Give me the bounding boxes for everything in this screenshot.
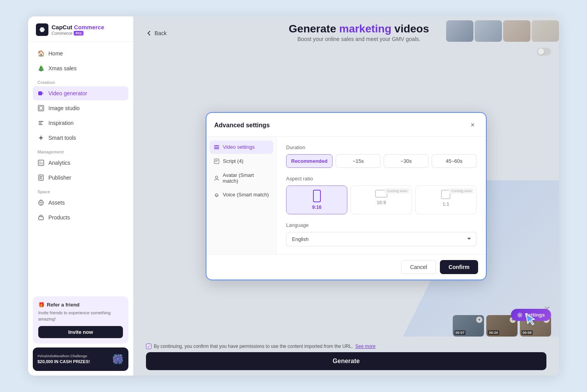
aspect-1-1[interactable]: Coming soon 1:1 xyxy=(415,185,477,214)
modal-header: Advanced settings × xyxy=(206,113,486,137)
video-generator-icon xyxy=(37,90,44,97)
promo-text: #ViralAdsMarathon Challenge $20,000 IN C… xyxy=(37,354,90,364)
svg-rect-20 xyxy=(215,160,218,161)
duration-recommended[interactable]: Recommended xyxy=(286,154,333,168)
section-creation-label: Creation xyxy=(33,76,128,86)
main-content: Back Generate marketing videos Boost you… xyxy=(133,16,559,376)
svg-rect-8 xyxy=(39,161,41,164)
section-space-label: Space xyxy=(33,185,128,196)
modal-close-button[interactable]: × xyxy=(467,120,478,131)
aspect-9-16-icon xyxy=(313,190,321,202)
modal-content-area: Duration Recommended ~15s ~30s 45~60s As… xyxy=(277,137,486,254)
modal-sidebar: Video settings Script (4) xyxy=(206,137,277,254)
modal-nav-script[interactable]: Script (4) xyxy=(210,155,273,168)
promo-icon: 🎆 xyxy=(112,354,124,365)
logo-icon xyxy=(36,23,48,36)
logo-text: CapCut Commerce Commerce Pro xyxy=(52,24,104,36)
duration-15s[interactable]: ~15s xyxy=(336,154,381,168)
smart-tools-icon xyxy=(37,134,44,141)
svg-rect-14 xyxy=(39,217,43,220)
script-icon xyxy=(213,158,220,164)
svg-rect-12 xyxy=(39,177,42,178)
home-icon: 🏠 xyxy=(37,50,44,57)
sidebar-item-assets[interactable]: Assets xyxy=(33,196,128,210)
image-studio-icon xyxy=(37,105,44,112)
promo-card: #ViralAdsMarathon Challenge $20,000 IN C… xyxy=(33,347,128,371)
svg-rect-11 xyxy=(39,176,43,177)
svg-rect-17 xyxy=(214,147,219,148)
modal-nav-video-settings[interactable]: Video settings xyxy=(210,141,273,154)
sidebar-bottom: 🎁 Refer a friend Invite friends to exper… xyxy=(28,292,133,376)
logo-area: CapCut Commerce Commerce Pro xyxy=(28,16,133,42)
sidebar-item-home[interactable]: 🏠 Home xyxy=(33,46,128,61)
svg-rect-21 xyxy=(215,161,217,162)
assets-icon xyxy=(37,199,44,206)
sidebar-item-smart-tools[interactable]: Smart tools xyxy=(33,131,128,145)
coming-soon-badge-1-1: Coming soon xyxy=(449,188,474,194)
confirm-button[interactable]: Confirm xyxy=(440,260,478,274)
modal-title: Advanced settings xyxy=(214,122,270,129)
aspect-9-16[interactable]: 9:16 xyxy=(286,185,347,214)
voice-icon xyxy=(213,192,220,198)
modal-nav-voice[interactable]: Voice (Smart match) xyxy=(210,188,273,201)
sidebar-item-video-generator[interactable]: Video generator xyxy=(33,86,128,100)
sidebar-item-image-studio[interactable]: Image studio xyxy=(33,101,128,115)
svg-rect-7 xyxy=(38,160,44,166)
section-management-label: Management xyxy=(33,146,128,156)
modal-footer: Cancel Confirm xyxy=(206,254,486,280)
sidebar-item-products[interactable]: Products xyxy=(33,210,128,225)
duration-options: Recommended ~15s ~30s 45~60s xyxy=(286,154,477,168)
video-settings-icon xyxy=(213,144,220,150)
duration-label: Duration xyxy=(286,144,477,150)
aspect-ratio-options: 9:16 Coming soon 16:9 xyxy=(286,185,477,214)
modal-nav-avatar[interactable]: Avatar (Smart match) xyxy=(210,169,273,187)
svg-rect-2 xyxy=(38,105,44,111)
svg-rect-18 xyxy=(214,148,219,149)
modal-body: Video settings Script (4) xyxy=(206,137,486,254)
products-icon xyxy=(37,214,44,221)
analytics-icon xyxy=(37,159,44,166)
inspiration-icon xyxy=(37,119,44,127)
sidebar-item-inspiration[interactable]: Inspiration xyxy=(33,116,128,130)
coming-soon-badge-16-9: Coming soon xyxy=(385,188,409,194)
svg-rect-5 xyxy=(39,123,42,123)
aspect-16-9[interactable]: Coming soon 16:9 xyxy=(350,185,412,214)
advanced-settings-modal: Advanced settings × Video settings xyxy=(206,112,487,280)
refer-title: 🎁 Refer a friend xyxy=(38,302,123,308)
cancel-button[interactable]: Cancel xyxy=(401,260,436,274)
duration-45-60s[interactable]: 45~60s xyxy=(432,154,477,168)
refer-description: Invite friends to experience something a… xyxy=(38,310,123,322)
aspect-ratio-label: Aspect ratio xyxy=(286,176,477,182)
svg-rect-0 xyxy=(38,91,42,95)
sidebar-item-publisher[interactable]: Publisher xyxy=(33,171,128,185)
refer-card: 🎁 Refer a friend Invite friends to exper… xyxy=(33,296,128,344)
sidebar-navigation: 🏠 Home 🎄 Xmas sales Creation Video gener… xyxy=(28,42,133,292)
svg-point-22 xyxy=(215,176,218,178)
modal-overlay: Advanced settings × Video settings xyxy=(133,16,559,376)
language-label: Language xyxy=(286,222,477,228)
svg-rect-16 xyxy=(214,145,219,146)
svg-rect-4 xyxy=(39,121,43,122)
gift-icon: 🎁 xyxy=(38,302,44,308)
avatar-icon xyxy=(213,175,220,181)
xmas-icon: 🎄 xyxy=(37,65,44,72)
language-select[interactable]: English Spanish French German Chinese Ja… xyxy=(286,232,477,246)
svg-rect-6 xyxy=(39,124,43,125)
svg-rect-13 xyxy=(39,178,42,179)
svg-point-23 xyxy=(215,194,218,196)
svg-marker-1 xyxy=(43,93,44,94)
svg-rect-9 xyxy=(41,162,43,164)
svg-rect-3 xyxy=(39,107,43,110)
sidebar-item-xmas-sales[interactable]: 🎄 Xmas sales xyxy=(33,61,128,75)
duration-30s[interactable]: ~30s xyxy=(384,154,429,168)
invite-now-button[interactable]: Invite now xyxy=(38,326,123,338)
publisher-icon xyxy=(37,174,44,181)
sidebar-item-analytics[interactable]: Analytics xyxy=(33,156,128,170)
sidebar: CapCut Commerce Commerce Pro 🏠 Home 🎄 Xm… xyxy=(28,16,133,376)
